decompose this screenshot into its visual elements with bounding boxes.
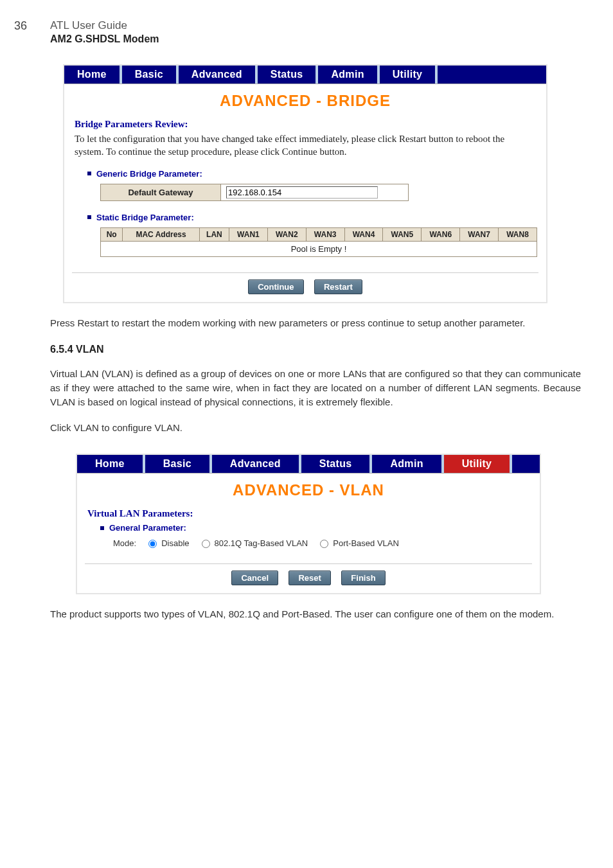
- para-vlan-desc: Virtual LAN (VLAN) is defined as a group…: [50, 367, 581, 409]
- finish-button[interactable]: Finish: [341, 571, 385, 585]
- static-label: Static Bridge Parameter:: [96, 213, 194, 222]
- default-gateway-input[interactable]: [226, 186, 378, 199]
- vlan-button-row: Cancel Reset Finish: [77, 571, 540, 585]
- tab-bar: Home Basic Advanced Status Admin Utility: [64, 66, 546, 84]
- general-bullet: General Parameter:: [100, 523, 529, 533]
- mode-label: Mode:: [113, 538, 136, 548]
- col-wan2: WAN2: [267, 227, 306, 241]
- bridge-title: ADVANCED - BRIDGE: [64, 92, 546, 110]
- tab-advanced-2[interactable]: Advanced: [212, 455, 301, 473]
- vlan-subhead: Virtual LAN Parameters:: [87, 508, 529, 519]
- page-number: 36: [14, 19, 27, 33]
- col-no: No: [101, 227, 123, 241]
- para-vlan-click: Click VLAN to configure VLAN.: [50, 421, 581, 435]
- tab-basic[interactable]: Basic: [122, 66, 179, 84]
- col-wan3: WAN3: [306, 227, 344, 241]
- radio-port[interactable]: Port-Based VLAN: [317, 538, 399, 548]
- radio-tag[interactable]: 802.1Q Tag-Based VLAN: [199, 538, 308, 548]
- tab-basic-2[interactable]: Basic: [145, 455, 212, 473]
- radio-disable-input[interactable]: [148, 540, 157, 548]
- radio-tag-label: 802.1Q Tag-Based VLAN: [215, 538, 308, 548]
- para-restart: Press Restart to restart the modem worki…: [50, 316, 581, 330]
- tab-utility-2[interactable]: Utility: [444, 455, 513, 473]
- col-wan8: WAN8: [499, 227, 537, 241]
- reset-button[interactable]: Reset: [289, 571, 330, 585]
- tab-admin-2[interactable]: Admin: [372, 455, 443, 473]
- general-label: General Parameter:: [109, 523, 186, 533]
- col-mac: MAC Address: [123, 227, 200, 241]
- divider: [72, 272, 538, 273]
- generic-label: Generic Bridge Parameter:: [96, 169, 202, 179]
- pool-empty-row: Pool is Empty !: [101, 241, 537, 256]
- bullet-icon: [87, 172, 91, 175]
- divider-2: [85, 563, 532, 564]
- section-head-vlan: 6.5.4 VLAN: [50, 344, 581, 355]
- doc-header-line2: AM2 G.SHDSL Modem: [50, 33, 581, 45]
- cancel-button[interactable]: Cancel: [231, 571, 278, 585]
- tab-home[interactable]: Home: [64, 66, 122, 84]
- tab-status[interactable]: Status: [258, 66, 319, 84]
- radio-disable-label: Disable: [161, 538, 189, 548]
- default-gateway-label: Default Gateway: [101, 184, 221, 200]
- tab-home-2[interactable]: Home: [77, 455, 145, 473]
- radio-tag-input[interactable]: [202, 540, 210, 548]
- bridge-subhead: Bridge Parameters Review:: [75, 119, 536, 130]
- static-bridge-table: No MAC Address LAN WAN1 WAN2 WAN3 WAN4 W…: [100, 227, 537, 257]
- col-lan: LAN: [199, 227, 229, 241]
- mode-row: Mode: Disable 802.1Q Tag-Based VLAN Port…: [113, 538, 529, 548]
- radio-disable[interactable]: Disable: [145, 538, 189, 548]
- restart-button[interactable]: Restart: [314, 279, 362, 294]
- generic-param-table: Default Gateway: [100, 184, 409, 201]
- bridge-desc: To let the configuration that you have c…: [75, 132, 536, 159]
- tab-bar-2: Home Basic Advanced Status Admin Utility: [77, 455, 540, 474]
- default-gateway-cell: [221, 184, 409, 200]
- vlan-screenshot: Home Basic Advanced Status Admin Utility…: [76, 454, 541, 594]
- bridge-button-row: Continue Restart: [64, 279, 546, 294]
- bridge-screenshot: Home Basic Advanced Status Admin Utility…: [63, 64, 547, 303]
- col-wan6: WAN6: [422, 227, 460, 241]
- tab-utility[interactable]: Utility: [380, 66, 438, 84]
- tab-admin[interactable]: Admin: [318, 66, 379, 84]
- static-bullet: Static Bridge Parameter:: [87, 213, 536, 222]
- bullet-icon: [87, 215, 91, 219]
- col-wan4: WAN4: [344, 227, 383, 241]
- doc-header-line1: ATL User Guide: [50, 19, 581, 32]
- col-wan7: WAN7: [460, 227, 499, 241]
- tab-advanced[interactable]: Advanced: [179, 66, 258, 84]
- vlan-title: ADVANCED - VLAN: [77, 481, 540, 499]
- generic-bullet: Generic Bridge Parameter:: [87, 169, 536, 179]
- radio-port-label: Port-Based VLAN: [333, 538, 399, 548]
- tab-spacer: [438, 66, 546, 84]
- radio-port-input[interactable]: [320, 540, 328, 548]
- continue-button[interactable]: Continue: [248, 279, 303, 294]
- tab-status-2[interactable]: Status: [301, 455, 373, 473]
- col-wan1: WAN1: [229, 227, 268, 241]
- para-footer: The product supports two types of VLAN, …: [50, 607, 581, 621]
- bullet-icon: [100, 526, 104, 530]
- col-wan5: WAN5: [383, 227, 422, 241]
